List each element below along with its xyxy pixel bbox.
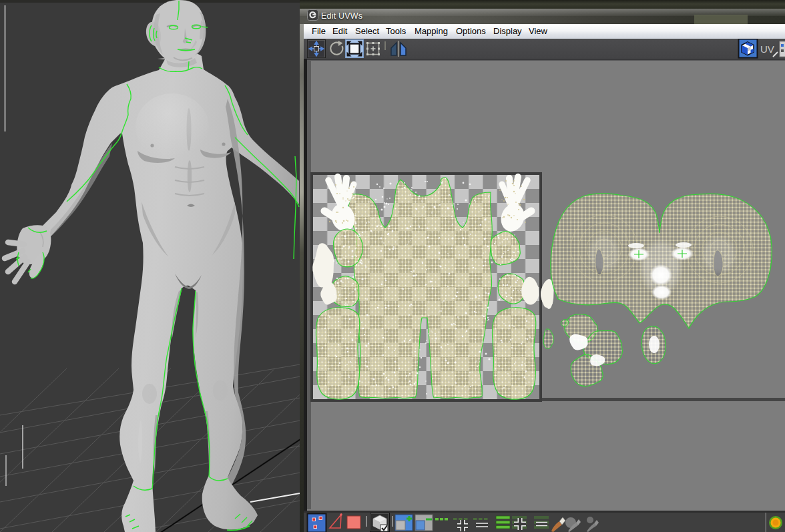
svg-text:UV: UV: [760, 43, 774, 55]
